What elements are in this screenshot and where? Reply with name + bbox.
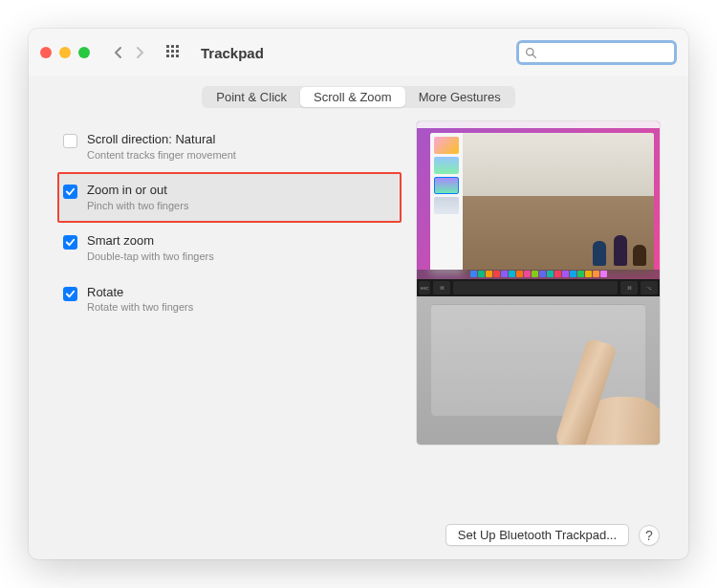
checkbox-scroll-direction[interactable] xyxy=(63,134,77,148)
option-smart-zoom[interactable]: Smart zoom Double-tap with two fingers xyxy=(57,223,402,273)
touchbar-esc-key: esc xyxy=(419,281,430,294)
svg-line-1 xyxy=(532,54,535,57)
dock-app-icon xyxy=(516,271,523,277)
tab-point-click[interactable]: Point & Click xyxy=(203,87,300,107)
preview-screen xyxy=(417,121,660,279)
option-text: Scroll direction: Natural Content tracks… xyxy=(87,132,236,162)
touchbar-key: ⌥ xyxy=(641,281,658,294)
preview-thumbnail xyxy=(434,157,459,174)
search-input[interactable] xyxy=(543,46,688,60)
option-desc: Double-tap with two fingers xyxy=(87,250,214,263)
preview-photo xyxy=(463,133,654,273)
option-title: Rotate xyxy=(87,285,193,301)
dock-app-icon xyxy=(524,271,531,277)
dock-app-icon xyxy=(570,271,576,277)
checkbox-smart-zoom[interactable] xyxy=(63,235,77,250)
checkbox-zoom[interactable] xyxy=(63,185,77,199)
dock-app-icon xyxy=(577,271,584,277)
dock-app-icon xyxy=(600,271,607,277)
option-desc: Rotate with two fingers xyxy=(87,300,193,314)
setup-bluetooth-button[interactable]: Set Up Bluetooth Trackpad... xyxy=(445,524,629,546)
preview-thumbnail xyxy=(434,197,459,214)
touchbar-key: ⌘ xyxy=(433,281,450,294)
tab-bar: Point & Click Scroll & Zoom More Gesture… xyxy=(202,86,514,108)
dock-app-icon xyxy=(585,271,592,277)
preview-touchbar: esc ⌘ ⌘ ⌥ xyxy=(417,279,660,296)
show-all-icon[interactable] xyxy=(166,45,182,60)
preview-dock xyxy=(417,270,660,279)
option-rotate[interactable]: Rotate Rotate with two fingers xyxy=(57,274,402,325)
preview-sidebar xyxy=(430,133,463,273)
search-box[interactable]: ✕ xyxy=(516,40,677,65)
preview-menubar xyxy=(417,121,660,128)
footer: Set Up Bluetooth Trackpad... ? xyxy=(57,514,660,546)
dock-app-icon xyxy=(547,271,554,277)
dock-app-icon xyxy=(501,271,508,277)
option-zoom[interactable]: Zoom in or out Pinch with two fingers xyxy=(57,172,402,223)
dock-app-icon xyxy=(470,271,477,277)
back-button[interactable] xyxy=(107,42,128,63)
option-title: Smart zoom xyxy=(87,233,214,250)
content-area: Point & Click Scroll & Zoom More Gesture… xyxy=(29,76,688,559)
zoom-icon[interactable] xyxy=(78,47,90,58)
forward-button[interactable] xyxy=(130,42,151,63)
preferences-window: Trackpad ✕ Point & Click Scroll & Zoom M… xyxy=(29,29,688,559)
checkbox-rotate[interactable] xyxy=(63,287,77,301)
hand-illustration xyxy=(526,316,660,445)
options-list: Scroll direction: Natural Content tracks… xyxy=(57,121,402,514)
touchbar-strip xyxy=(453,281,618,294)
dock-app-icon xyxy=(562,271,569,277)
option-title: Zoom in or out xyxy=(87,183,188,199)
option-title: Scroll direction: Natural xyxy=(87,132,236,148)
window-controls xyxy=(40,47,90,58)
help-button[interactable]: ? xyxy=(639,525,660,546)
option-desc: Content tracks finger movement xyxy=(87,148,236,162)
dock-app-icon xyxy=(509,271,515,277)
gesture-preview: esc ⌘ ⌘ ⌥ xyxy=(417,121,660,445)
option-text: Smart zoom Double-tap with two fingers xyxy=(87,233,214,263)
tab-scroll-zoom[interactable]: Scroll & Zoom xyxy=(300,87,405,107)
titlebar: Trackpad ✕ xyxy=(29,29,688,76)
close-icon[interactable] xyxy=(40,47,52,58)
dock-app-icon xyxy=(593,271,599,277)
main-area: Scroll direction: Natural Content tracks… xyxy=(57,121,660,514)
dock-app-icon xyxy=(486,271,492,277)
preview-trackpad-area xyxy=(417,296,660,445)
nav-buttons xyxy=(107,42,151,63)
dock-app-icon xyxy=(493,271,500,277)
search-icon xyxy=(525,47,537,59)
minimize-icon[interactable] xyxy=(59,47,71,58)
dock-app-icon xyxy=(554,271,561,277)
dock-app-icon xyxy=(532,271,538,277)
preview-app-window xyxy=(430,133,654,273)
option-desc: Pinch with two fingers xyxy=(87,199,188,212)
preview-thumbnail xyxy=(434,137,459,154)
dock-app-icon xyxy=(478,271,485,277)
preview-thumbnail xyxy=(434,177,459,194)
option-scroll-direction[interactable]: Scroll direction: Natural Content tracks… xyxy=(57,121,402,172)
tab-more-gestures[interactable]: More Gestures xyxy=(405,87,514,107)
option-text: Rotate Rotate with two fingers xyxy=(87,285,193,315)
dock-app-icon xyxy=(539,271,546,277)
option-text: Zoom in or out Pinch with two fingers xyxy=(87,183,188,212)
touchbar-key: ⌘ xyxy=(620,281,638,294)
page-title: Trackpad xyxy=(201,45,264,61)
